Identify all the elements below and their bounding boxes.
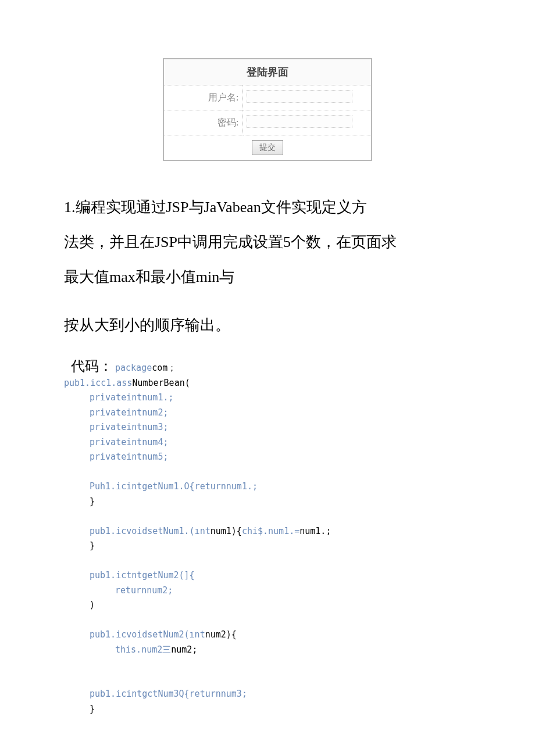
code-label: 代码： (64, 359, 113, 374)
code-body: pub1.icc1.assNumberBean( privateintnum1.… (64, 376, 471, 717)
code-section: 代码： packagecom； pub1.icc1.assNumberBean(… (64, 357, 471, 716)
password-input[interactable] (247, 115, 352, 128)
password-label: 密码: (163, 110, 242, 135)
username-label: 用户名: (163, 85, 242, 110)
username-input[interactable] (247, 90, 352, 103)
username-cell (242, 85, 372, 110)
question-text: 1.编程实现通过JSP与JaVabean文件实现定义方 法类，并且在JSP中调用… (64, 190, 471, 294)
submit-row: 提交 (163, 135, 372, 161)
submit-button[interactable]: 提交 (252, 140, 283, 155)
code-inline-start: packagecom； (115, 363, 176, 373)
question-line-4: 按从大到小的顺序输出。 (64, 308, 471, 343)
question-line-2: 法类，并且在JSP中调用完成设置5个数，在页面求 (64, 225, 471, 260)
login-title: 登陆界面 (163, 59, 372, 85)
login-form-table: 登陆界面 用户名: 密码: 提交 (163, 58, 372, 161)
password-cell (242, 110, 372, 135)
question-line-1: 1.编程实现通过JSP与JaVabean文件实现定义方 (64, 190, 471, 225)
question-line-3: 最大值max和最小值min与 (64, 260, 471, 295)
